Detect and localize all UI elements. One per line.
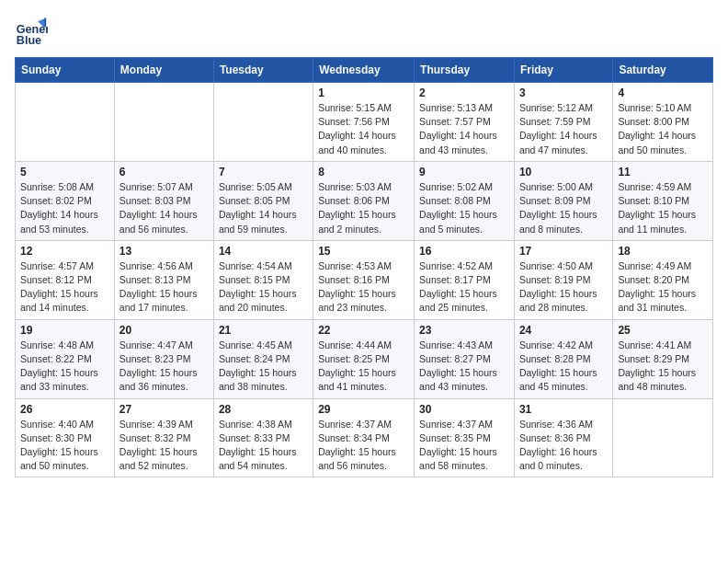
day-info: Sunrise: 4:41 AMSunset: 8:29 PMDaylight:… [618, 339, 708, 395]
col-header-tuesday: Tuesday [213, 58, 313, 83]
day-cell: 24Sunrise: 4:42 AMSunset: 8:28 PMDayligh… [514, 319, 612, 398]
day-info: Sunrise: 5:10 AMSunset: 8:00 PMDaylight:… [618, 101, 708, 157]
day-cell: 27Sunrise: 4:39 AMSunset: 8:32 PMDayligh… [114, 398, 213, 477]
day-number: 2 [419, 86, 509, 99]
day-info: Sunrise: 4:50 AMSunset: 8:19 PMDaylight:… [519, 259, 608, 316]
day-info: Sunrise: 4:56 AMSunset: 8:13 PMDaylight:… [119, 259, 209, 316]
day-info: Sunrise: 5:05 AMSunset: 8:05 PMDaylight:… [219, 180, 308, 236]
day-info: Sunrise: 4:42 AMSunset: 8:28 PMDaylight:… [519, 339, 608, 395]
day-number: 20 [119, 324, 209, 337]
day-number: 4 [618, 86, 708, 99]
day-number: 18 [618, 245, 708, 258]
day-cell [114, 83, 213, 162]
day-cell [16, 83, 115, 162]
day-cell [613, 398, 713, 477]
day-number: 10 [519, 166, 608, 178]
svg-marker-3 [44, 18, 46, 29]
day-cell: 25Sunrise: 4:41 AMSunset: 8:29 PMDayligh… [613, 319, 713, 398]
day-info: Sunrise: 4:40 AMSunset: 8:30 PMDaylight:… [20, 418, 109, 474]
day-cell: 1Sunrise: 5:15 AMSunset: 7:56 PMDaylight… [313, 83, 415, 162]
calendar-header-row: SundayMondayTuesdayWednesdayThursdayFrid… [16, 58, 713, 83]
day-cell: 13Sunrise: 4:56 AMSunset: 8:13 PMDayligh… [114, 240, 213, 319]
day-cell: 26Sunrise: 4:40 AMSunset: 8:30 PMDayligh… [16, 398, 115, 477]
day-number: 11 [618, 166, 708, 178]
day-info: Sunrise: 4:54 AMSunset: 8:15 PMDaylight:… [219, 259, 308, 316]
day-cell: 14Sunrise: 4:54 AMSunset: 8:15 PMDayligh… [213, 240, 313, 319]
day-info: Sunrise: 4:36 AMSunset: 8:36 PMDaylight:… [519, 418, 608, 474]
day-info: Sunrise: 4:52 AMSunset: 8:17 PMDaylight:… [419, 259, 509, 316]
day-cell: 28Sunrise: 4:38 AMSunset: 8:33 PMDayligh… [213, 398, 313, 477]
day-number: 30 [419, 403, 509, 416]
day-number: 23 [419, 324, 509, 337]
day-cell: 20Sunrise: 4:47 AMSunset: 8:23 PMDayligh… [114, 319, 213, 398]
col-header-monday: Monday [114, 58, 213, 83]
day-cell: 30Sunrise: 4:37 AMSunset: 8:35 PMDayligh… [415, 398, 515, 477]
day-cell: 18Sunrise: 4:49 AMSunset: 8:20 PMDayligh… [613, 240, 713, 319]
day-info: Sunrise: 4:44 AMSunset: 8:25 PMDaylight:… [318, 339, 409, 395]
col-header-wednesday: Wednesday [313, 58, 415, 83]
day-cell: 11Sunrise: 4:59 AMSunset: 8:10 PMDayligh… [613, 161, 713, 240]
day-info: Sunrise: 4:39 AMSunset: 8:32 PMDaylight:… [119, 418, 209, 474]
day-cell: 5Sunrise: 5:08 AMSunset: 8:02 PMDaylight… [16, 161, 115, 240]
col-header-friday: Friday [514, 58, 612, 83]
day-number: 3 [519, 86, 608, 99]
day-cell: 22Sunrise: 4:44 AMSunset: 8:25 PMDayligh… [313, 319, 415, 398]
day-cell: 9Sunrise: 5:02 AMSunset: 8:08 PMDaylight… [415, 161, 515, 240]
day-cell: 4Sunrise: 5:10 AMSunset: 8:00 PMDaylight… [613, 83, 713, 162]
day-number: 22 [318, 324, 409, 337]
day-number: 28 [219, 403, 308, 416]
week-row-5: 26Sunrise: 4:40 AMSunset: 8:30 PMDayligh… [16, 398, 713, 477]
day-number: 1 [318, 86, 409, 99]
day-info: Sunrise: 4:43 AMSunset: 8:27 PMDaylight:… [419, 339, 509, 395]
day-info: Sunrise: 4:57 AMSunset: 8:12 PMDaylight:… [20, 259, 109, 316]
day-cell: 21Sunrise: 4:45 AMSunset: 8:24 PMDayligh… [213, 319, 313, 398]
day-number: 15 [318, 245, 409, 258]
day-number: 13 [119, 245, 209, 258]
day-number: 26 [20, 403, 109, 416]
day-info: Sunrise: 4:53 AMSunset: 8:16 PMDaylight:… [318, 259, 409, 316]
week-row-3: 12Sunrise: 4:57 AMSunset: 8:12 PMDayligh… [16, 240, 713, 319]
day-number: 6 [119, 166, 209, 178]
day-cell: 7Sunrise: 5:05 AMSunset: 8:05 PMDaylight… [213, 161, 313, 240]
day-cell: 6Sunrise: 5:07 AMSunset: 8:03 PMDaylight… [114, 161, 213, 240]
day-cell: 31Sunrise: 4:36 AMSunset: 8:36 PMDayligh… [514, 398, 612, 477]
day-cell: 15Sunrise: 4:53 AMSunset: 8:16 PMDayligh… [313, 240, 415, 319]
day-number: 21 [219, 324, 308, 337]
day-number: 5 [20, 166, 109, 178]
day-info: Sunrise: 4:48 AMSunset: 8:22 PMDaylight:… [20, 339, 109, 395]
day-cell [213, 83, 313, 162]
day-number: 7 [219, 166, 308, 178]
day-cell: 19Sunrise: 4:48 AMSunset: 8:22 PMDayligh… [16, 319, 115, 398]
day-number: 17 [519, 245, 608, 258]
day-info: Sunrise: 5:02 AMSunset: 8:08 PMDaylight:… [419, 180, 509, 236]
svg-text:Blue: Blue [17, 34, 41, 47]
week-row-4: 19Sunrise: 4:48 AMSunset: 8:22 PMDayligh… [16, 319, 713, 398]
calendar-table: SundayMondayTuesdayWednesdayThursdayFrid… [15, 57, 713, 477]
day-cell: 8Sunrise: 5:03 AMSunset: 8:06 PMDaylight… [313, 161, 415, 240]
week-row-2: 5Sunrise: 5:08 AMSunset: 8:02 PMDaylight… [16, 161, 713, 240]
day-info: Sunrise: 4:38 AMSunset: 8:33 PMDaylight:… [219, 418, 308, 474]
day-number: 24 [519, 324, 608, 337]
page: General Blue SundayMondayTuesdayWednesda… [0, 0, 728, 485]
day-cell: 12Sunrise: 4:57 AMSunset: 8:12 PMDayligh… [16, 240, 115, 319]
day-cell: 3Sunrise: 5:12 AMSunset: 7:59 PMDaylight… [514, 83, 612, 162]
day-info: Sunrise: 4:49 AMSunset: 8:20 PMDaylight:… [618, 259, 708, 316]
day-info: Sunrise: 4:47 AMSunset: 8:23 PMDaylight:… [119, 339, 209, 395]
day-cell: 2Sunrise: 5:13 AMSunset: 7:57 PMDaylight… [415, 83, 515, 162]
day-number: 16 [419, 245, 509, 258]
day-number: 14 [219, 245, 308, 258]
day-number: 9 [419, 166, 509, 178]
day-number: 29 [318, 403, 409, 416]
day-info: Sunrise: 5:15 AMSunset: 7:56 PMDaylight:… [318, 101, 409, 157]
day-cell: 10Sunrise: 5:00 AMSunset: 8:09 PMDayligh… [514, 161, 612, 240]
col-header-sunday: Sunday [16, 58, 115, 83]
col-header-saturday: Saturday [613, 58, 713, 83]
day-number: 31 [519, 403, 608, 416]
day-info: Sunrise: 4:37 AMSunset: 8:34 PMDaylight:… [318, 418, 409, 474]
day-info: Sunrise: 5:12 AMSunset: 7:59 PMDaylight:… [519, 101, 608, 157]
day-number: 25 [618, 324, 708, 337]
day-number: 19 [20, 324, 109, 337]
day-number: 27 [119, 403, 209, 416]
day-cell: 23Sunrise: 4:43 AMSunset: 8:27 PMDayligh… [415, 319, 515, 398]
week-row-1: 1Sunrise: 5:15 AMSunset: 7:56 PMDaylight… [16, 83, 713, 162]
